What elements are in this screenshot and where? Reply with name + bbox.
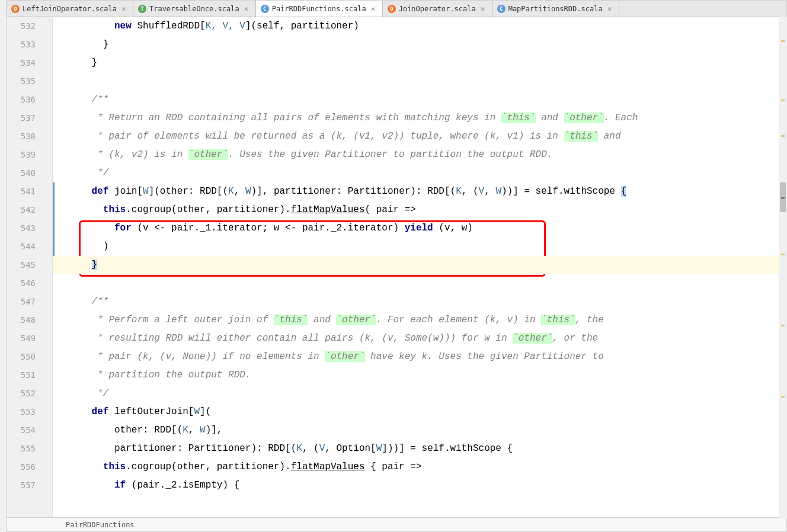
line-number: 546 [7, 274, 36, 293]
tab-label: PairRDDFunctions.scala [272, 5, 366, 13]
trait-icon: T [138, 5, 146, 13]
code-line[interactable]: */ [53, 384, 786, 403]
vertical-scrollbar[interactable] [779, 17, 787, 518]
code-line[interactable]: other: RDD[(K, W)], [53, 421, 786, 440]
fold-marker-icon[interactable]: ⌃ [24, 261, 32, 269]
code-editor[interactable]: new ShuffledRDD[K, V, V](self, partition… [53, 17, 786, 517]
fold-marker-icon[interactable]: ⌄ [24, 297, 32, 306]
fold-marker-icon[interactable]: ⌄ [24, 481, 32, 489]
class-icon: C [497, 5, 506, 13]
code-line-current[interactable]: } [53, 256, 786, 274]
code-line[interactable]: partitioner: Partitioner): RDD[(K, (V, O… [53, 440, 786, 458]
line-number: 554 [7, 421, 36, 440]
code-line[interactable]: /** [53, 91, 786, 109]
class-icon: C [261, 5, 269, 13]
scrollbar-warning-mark [781, 100, 785, 101]
object-icon: O [388, 5, 396, 13]
breadcrumb-bar[interactable]: PairRDDFunctions [7, 517, 786, 531]
line-number: 550 [7, 348, 36, 366]
code-line[interactable]: * pair of elements will be returned as a… [53, 127, 786, 146]
line-number: 557⌄ [7, 476, 36, 495]
fold-marker-icon[interactable]: ⌄ [24, 463, 32, 471]
tab-label: LeftJoinOperator.scala [23, 5, 117, 13]
line-number: 543 [7, 219, 36, 238]
line-number: 547⌄ [7, 293, 36, 311]
code-line[interactable]: * partition the output RDD. [53, 366, 786, 384]
close-icon[interactable]: × [369, 5, 377, 13]
tab-leftjoinoperator[interactable]: O LeftJoinOperator.scala × [7, 1, 133, 17]
line-number: 552⌃ [7, 384, 36, 403]
line-number [7, 495, 36, 513]
code-line[interactable]: /** [53, 293, 786, 311]
close-icon[interactable]: × [479, 5, 487, 13]
line-number: 535 [7, 72, 36, 91]
line-number: 537 [7, 109, 36, 127]
line-number: 551 [7, 366, 36, 384]
close-icon[interactable]: × [242, 5, 251, 13]
code-line[interactable]: * Return an RDD containing all pairs of … [53, 109, 786, 127]
scrollbar-warning-mark [781, 135, 785, 137]
tab-label: MapPartitionsRDD.scala [508, 5, 603, 13]
code-line[interactable]: if (pair._2.isEmpty) { [53, 476, 786, 495]
object-icon: O [11, 5, 20, 13]
line-number: 545⌃ [7, 256, 36, 274]
code-line[interactable]: * resulting RDD will either contain all … [53, 329, 786, 348]
tab-label: JoinOperator.scala [399, 5, 476, 13]
line-number: 555 [7, 440, 36, 458]
scrollbar-warning-mark [781, 40, 785, 42]
fold-marker-icon[interactable]: ⌃ [24, 169, 32, 177]
code-line[interactable]: def leftOuterJoin[W]( [53, 403, 786, 421]
code-line[interactable]: } [53, 54, 786, 72]
line-number: 539 [7, 146, 36, 164]
tab-mappartitionsrdd[interactable]: C MapPartitionsRDD.scala × [492, 1, 619, 17]
fold-marker-icon[interactable]: ⌄ [24, 187, 32, 196]
code-line[interactable]: * Perform a left outer join of `this` an… [53, 311, 786, 329]
fold-marker-icon[interactable]: ⌄ [24, 408, 32, 416]
line-number: 553⌄ [7, 403, 36, 421]
fold-marker-icon[interactable]: ⌃ [24, 40, 32, 49]
line-number: 532 [7, 17, 36, 36]
line-number: 542 [7, 201, 36, 219]
code-line[interactable]: for (v <- pair._1.iterator; w <- pair._2… [53, 219, 786, 238]
scrollbar-warning-mark [781, 396, 785, 398]
line-number: 540⌃ [7, 164, 36, 182]
editor-tabs: O LeftJoinOperator.scala × T Traversable… [7, 1, 786, 17]
code-line[interactable]: new ShuffledRDD[K, V, V](self, partition… [53, 17, 786, 36]
code-line[interactable] [53, 274, 786, 293]
scrollbar-warning-mark [781, 325, 785, 326]
tab-joinoperator[interactable]: O JoinOperator.scala × [383, 1, 492, 17]
fold-marker-icon[interactable]: ⌃ [24, 59, 32, 67]
line-number: 534⌃ [7, 54, 36, 72]
breadcrumb-item[interactable]: PairRDDFunctions [66, 521, 135, 529]
project-tool-window-edge [0, 0, 6, 532]
code-line[interactable]: this.cogroup(other, partitioner).flatMap… [53, 201, 786, 219]
line-number: 549 [7, 329, 36, 348]
code-line[interactable]: } [53, 36, 786, 54]
tab-traversableonce[interactable]: T TraversableOnce.scala × [133, 1, 256, 17]
fold-marker-icon[interactable]: ⌄ [24, 95, 32, 104]
fold-marker-icon[interactable]: ⌃ [24, 389, 32, 398]
line-number: 533⌃ [7, 36, 36, 54]
line-number: 544 [7, 238, 36, 256]
code-line[interactable]: ) [53, 238, 786, 256]
line-number: 556⌄ [7, 458, 36, 476]
editor-area: 532 533⌃ 534⌃ 535 536⌄ 537 538 539 540⌃ … [7, 17, 786, 517]
scrollbar-warning-mark [781, 254, 785, 255]
code-line[interactable]: */ [53, 164, 786, 182]
line-number: 536⌄ [7, 91, 36, 109]
line-number: 541⌄ [7, 182, 36, 201]
line-gutter: 532 533⌃ 534⌃ 535 536⌄ 537 538 539 540⌃ … [7, 17, 53, 517]
line-number: 538 [7, 127, 36, 146]
code-line[interactable]: * (k, v2) is in `other`. Uses the given … [53, 146, 786, 164]
tab-pairrddfunctions[interactable]: C PairRDDFunctions.scala × [256, 1, 383, 17]
line-number: 548 [7, 311, 36, 329]
code-line[interactable] [53, 72, 786, 91]
code-line[interactable]: def join[W](other: RDD[(K, W)], partitio… [53, 182, 786, 201]
code-line[interactable]: this.cogroup(other, partitioner).flatMap… [53, 458, 786, 476]
code-line[interactable]: * pair (k, (v, None)) if no elements in … [53, 348, 786, 366]
editor-container: O LeftJoinOperator.scala × T Traversable… [6, 0, 787, 532]
close-icon[interactable]: × [606, 5, 614, 13]
tab-label: TraversableOnce.scala [149, 5, 239, 13]
scrollbar-caret-mark [781, 197, 785, 199]
close-icon[interactable]: × [120, 5, 128, 13]
